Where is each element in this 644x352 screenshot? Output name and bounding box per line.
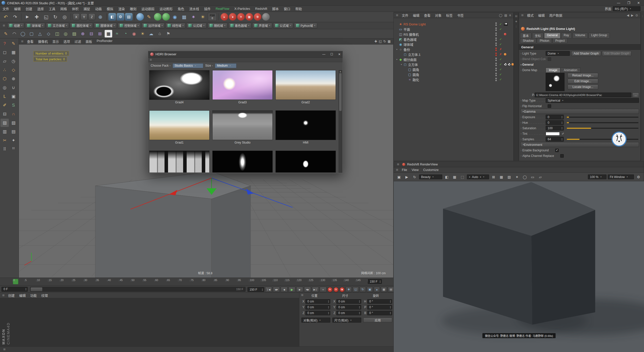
object-manager-menu-item[interactable]: 查看: [422, 13, 433, 18]
l-axis-icon[interactable]: L: [1, 92, 9, 101]
timeline-tick[interactable]: 95: [237, 278, 249, 282]
dock-dots-icon[interactable]: ⋮: [641, 15, 644, 17]
qr-code-icon[interactable]: ▦: [105, 30, 112, 37]
menu-item[interactable]: 帮助: [293, 6, 304, 12]
keyframe-selection-button[interactable]: ◆: [340, 287, 345, 292]
timeline-tick[interactable]: 20: [60, 278, 72, 282]
bucket-icon[interactable]: ◧: [444, 174, 450, 180]
close-button[interactable]: ✕: [637, 1, 640, 5]
view-zoom-icon[interactable]: ◱: [379, 39, 382, 43]
hdri-thumbnail[interactable]: HMI: [275, 110, 336, 151]
timeline-tick[interactable]: 40: [107, 278, 119, 282]
snapshot-icon[interactable]: ▣: [396, 174, 402, 180]
viewport-menu-item[interactable]: 查看: [25, 39, 36, 44]
panel-handle-icon[interactable]: ⊞: [395, 14, 399, 17]
field-button[interactable]: 组建▾: [7, 23, 24, 28]
menu-item[interactable]: 文件: [0, 6, 12, 12]
rectangle-spline-icon[interactable]: ▢: [28, 30, 35, 37]
animation-mode-icon[interactable]: ◷: [9, 57, 18, 65]
menu-item[interactable]: 捕捉: [81, 6, 93, 12]
hdri-browser-window[interactable]: HDRI Browser — ☐ ✕ ⊞ Choose Pack - Studi…: [148, 51, 343, 173]
render-view-button[interactable]: ◧: [108, 13, 116, 21]
goto-start-button[interactable]: ❘◀: [265, 287, 272, 292]
timeline-tick[interactable]: 130: [320, 278, 332, 282]
frame-scrubber[interactable]: 150 F: [30, 287, 246, 292]
visibility-dots[interactable]: [495, 48, 497, 51]
menu-item[interactable]: 流水线: [187, 6, 202, 12]
tile-icon[interactable]: ▦: [498, 174, 505, 180]
visibility-dots[interactable]: [495, 37, 497, 41]
attribute-tab[interactable]: General: [544, 33, 560, 38]
enable-check[interactable]: ✓: [499, 37, 502, 41]
hdri-scrollbar[interactable]: ▲: [339, 70, 342, 172]
menu-item[interactable]: 雕刻: [127, 6, 139, 12]
dome-map-thumbnail[interactable]: [546, 73, 565, 91]
scale-tool[interactable]: ◱: [42, 13, 50, 21]
rotation-p-field[interactable]: 0 °▲▼: [367, 305, 392, 310]
texture-mode-icon[interactable]: ▦: [9, 48, 18, 57]
hdri-thumbnail[interactable]: Grad2: [275, 70, 336, 110]
timeline-tick[interactable]: 125: [308, 278, 320, 282]
path-icon[interactable]: ≡: [509, 14, 511, 17]
polygons-mode-icon[interactable]: ⬡: [1, 75, 9, 83]
menu-item[interactable]: 插件: [202, 6, 213, 12]
timeline-tick[interactable]: 145: [355, 278, 367, 282]
maximize-button[interactable]: ❐: [627, 1, 630, 5]
next-key-button[interactable]: ●▶: [304, 287, 311, 292]
enable-check[interactable]: ✓: [499, 78, 502, 81]
timeline-tick[interactable]: 15: [48, 278, 60, 282]
menu-item[interactable]: 编辑: [12, 6, 23, 12]
hdri-thumbnail[interactable]: [149, 151, 210, 172]
attribute-menu-item[interactable]: 模式: [525, 13, 536, 18]
field-button[interactable]: 球体域▾: [25, 23, 45, 28]
knife-icon[interactable]: ✂: [1, 136, 9, 145]
axis-x-lock[interactable]: X: [73, 13, 80, 20]
snap-icon[interactable]: ∪: [9, 83, 18, 92]
coord-mode-select[interactable]: 对象(相对)▾: [301, 318, 330, 323]
last-tool[interactable]: ◎: [60, 13, 69, 21]
object-row[interactable]: ▭ 平面 ✓: [394, 27, 513, 32]
xparticles-system-icon[interactable]: [162, 13, 170, 21]
visibility-dots[interactable]: [495, 22, 497, 26]
menu-item[interactable]: Redshift: [253, 6, 270, 12]
blend-object-color-checkbox[interactable]: [548, 57, 551, 61]
timeline-tick[interactable]: 75: [190, 278, 202, 282]
size-x-field[interactable]: 0 cm▲▼: [336, 299, 361, 304]
enable-check[interactable]: ✗: [499, 48, 502, 51]
light-icon[interactable]: ☀: [139, 30, 146, 37]
animation-tab[interactable]: Animation: [560, 68, 580, 73]
object-row[interactable]: ≈ 融化 ✓: [394, 77, 513, 82]
hdri-image-grad2[interactable]: [275, 70, 336, 100]
material-menu-item[interactable]: 纹理: [39, 293, 50, 298]
spinner-icon[interactable]: ▲▼: [25, 288, 27, 291]
circle-icon[interactable]: ◯: [521, 174, 528, 180]
general-subsection[interactable]: General: [520, 63, 534, 66]
s-sculpt-icon[interactable]: S: [9, 101, 18, 109]
model-mode-icon[interactable]: ◻: [1, 48, 9, 57]
quantize-icon[interactable]: ▣: [9, 92, 18, 101]
add-shader-graph-button[interactable]: Add Shader Graph: [571, 51, 601, 56]
timeline-tick[interactable]: 35: [95, 278, 107, 282]
size-y-field[interactable]: 0 cm▲▼: [336, 305, 361, 310]
timeline-tick[interactable]: 110: [273, 278, 285, 282]
star-icon[interactable]: ✶: [514, 174, 520, 180]
visibility-dots[interactable]: [495, 78, 497, 81]
visibility-dots[interactable]: [495, 42, 497, 46]
attribute-tab[interactable]: Ray: [561, 33, 572, 38]
timeline-tick[interactable]: 0: [13, 278, 24, 282]
spinner-icon[interactable]: ▲▼: [379, 280, 381, 283]
expand-arrow-icon[interactable]: ▾: [395, 58, 398, 61]
rotate-tool[interactable]: ↻: [51, 13, 60, 21]
hdri-thumbnail[interactable]: Grad3: [212, 70, 273, 110]
previous-frame-button[interactable]: ◀: [281, 287, 288, 292]
material-menu-item[interactable]: 编辑: [17, 293, 28, 298]
timeline-tick[interactable]: 115: [285, 278, 296, 282]
enable-check[interactable]: ✗: [499, 53, 502, 56]
timeline-tick[interactable]: 55: [143, 278, 154, 282]
size-z-field[interactable]: 0 cm▲▼: [336, 311, 361, 315]
viewport-menu-item[interactable]: ProRender: [94, 39, 115, 44]
hdri-close-button[interactable]: ✕: [338, 53, 341, 56]
keyframe-presets-menu[interactable]: ▤: [388, 287, 394, 292]
timeline-tick[interactable]: 90: [225, 278, 237, 282]
reload-image-button[interactable]: Reload Image...: [568, 73, 598, 78]
